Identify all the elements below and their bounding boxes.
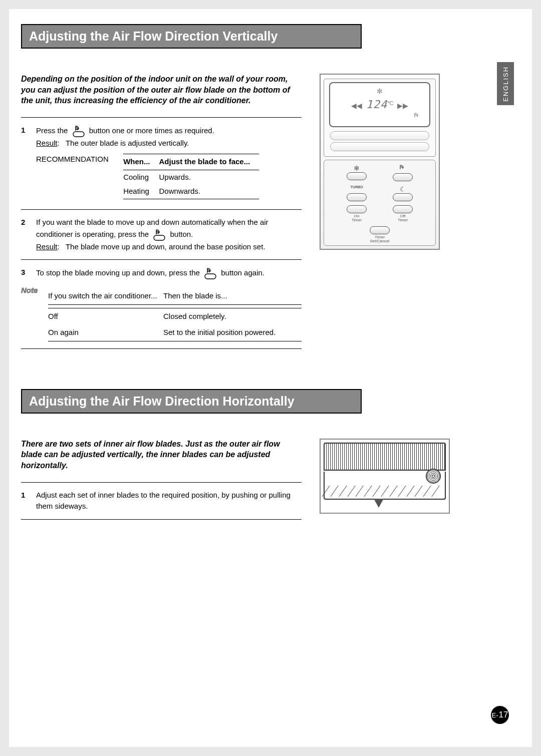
note-cell-b: Set to the initial position powered. <box>163 324 302 341</box>
remote-lower-panel: ❄ TURBO <box>324 160 436 246</box>
section1-text-column: Depending on the position of the indoor … <box>21 74 302 349</box>
step2-number: 2 <box>21 217 36 252</box>
remote-button: TimerSet/Cancel <box>362 226 397 243</box>
page-prefix: E- <box>492 711 498 719</box>
page-number-badge: E-17 <box>491 706 509 724</box>
unit-logo-icon <box>426 469 441 484</box>
step3-pre: To stop the blade moving up and down, pr… <box>36 268 200 277</box>
step3-post: button again. <box>221 268 264 277</box>
remote-bar-button <box>330 131 429 140</box>
svg-rect-1 <box>154 235 165 240</box>
section2-step1-number: 1 <box>21 490 36 512</box>
swing-button-icon <box>72 125 86 138</box>
step2-line1b: button. <box>170 230 193 238</box>
step1-pre: Press the <box>36 126 68 135</box>
section2-step1: 1 Adjust each set of inner blades to the… <box>21 482 302 520</box>
remote-button: TURBO <box>339 185 374 201</box>
section-title-vertical: Adjusting the Air Flow Direction Vertica… <box>21 24 362 49</box>
note-row: Note If you switch the air conditioner..… <box>21 285 302 341</box>
step3-text: To stop the blade moving up and down, pr… <box>36 267 302 280</box>
remote-button: OffTimer <box>385 205 420 222</box>
step1-number: 1 <box>21 125 36 149</box>
step3-block: 3 To stop the blade moving up and down, … <box>21 259 302 349</box>
rec-col-when: When... <box>123 154 159 170</box>
remote-button <box>385 164 420 181</box>
section2-step1-text: Adjust each set of inner blades to the r… <box>36 490 302 512</box>
btn-label: OnTimer <box>352 214 362 222</box>
svg-rect-0 <box>73 132 84 137</box>
remote-button: ❄ <box>339 164 374 181</box>
note-head1: If you switch the air conditioner... <box>48 288 163 304</box>
note-cell-a: On again <box>48 324 163 341</box>
lcd-unit: °C <box>387 100 393 106</box>
step3-number: 3 <box>21 267 36 280</box>
section1-intro: Depending on the position of the indoor … <box>21 74 302 106</box>
btn-label: TimerSet/Cancel <box>370 235 389 243</box>
remote-button: OnTimer <box>339 205 374 222</box>
manual-page: ENGLISH Adjusting the Air Flow Direction… <box>9 9 532 747</box>
note-cell-b: Closed completely. <box>163 308 302 324</box>
sleep-icon: ☾ <box>400 185 406 193</box>
lcd-temperature: 124 <box>366 98 387 111</box>
step2-result-label: Result <box>36 242 58 251</box>
language-tab: ENGLISH <box>497 62 514 105</box>
step1-text: Press the button one or more times as re… <box>36 125 302 149</box>
rec-row-when: Cooling <box>123 170 159 184</box>
arrow-left-icon: ◀◀ <box>351 102 362 110</box>
btn-label: OffTimer <box>398 214 408 222</box>
note-body: If you switch the air conditioner... The… <box>48 285 302 341</box>
section2-intro: There are two sets of inner air flow bla… <box>21 439 302 471</box>
recommendation-label: RECOMMENDATION <box>36 154 121 165</box>
snowflake-icon: ✻ <box>377 87 383 95</box>
arrow-right-icon: ▶▶ <box>397 102 408 110</box>
snowflake-icon: ❄ <box>354 164 360 172</box>
indoor-unit-illustration <box>320 439 450 520</box>
note-label: Note <box>21 285 48 341</box>
step2-result-text: The blade move up and down, around the b… <box>66 242 265 251</box>
step1-result-label: Result <box>36 139 58 147</box>
remote-lcd: ✻ ◀◀ 124°C ▶▶ <box>329 82 430 127</box>
step1-post: button one or more times as required. <box>89 126 214 135</box>
rec-row-adjust: Downwards. <box>159 184 259 199</box>
swing-button-icon <box>152 228 166 241</box>
step1-block: 1 Press the button one or more times as … <box>21 117 302 210</box>
section2: Adjusting the Air Flow Direction Horizon… <box>21 389 512 520</box>
section-title-horizontal: Adjusting the Air Flow Direction Horizon… <box>21 389 362 414</box>
step1-result-text: The outer blade is adjusted vertically. <box>66 139 189 147</box>
pointer-arrow-icon <box>374 499 384 508</box>
rec-row-adjust: Upwards. <box>159 170 259 184</box>
svg-rect-2 <box>205 274 216 279</box>
remote-button: ☾ <box>385 185 420 201</box>
note-head2: Then the blade is... <box>163 288 302 304</box>
section2-text-column: There are two sets of inner air flow bla… <box>21 439 302 520</box>
swing-icon <box>398 164 408 173</box>
page-number: 17 <box>499 710 508 720</box>
step2-block: 2 If you want the blade to move up and d… <box>21 209 302 259</box>
recommendation-table: RECOMMENDATION When... Adjust the blade … <box>36 154 302 202</box>
section1-content: Depending on the position of the indoor … <box>21 74 512 349</box>
remote-illustration: ✻ ◀◀ 124°C ▶▶ <box>320 74 440 349</box>
turbo-icon: TURBO <box>351 185 363 193</box>
rec-col-adjust: Adjust the blade to face... <box>159 154 259 170</box>
section2-content: There are two sets of inner air flow bla… <box>21 439 512 520</box>
rec-row-when: Heating <box>123 184 159 199</box>
step2-text: If you want the blade to move up and dow… <box>36 217 302 252</box>
air-vanes <box>326 486 444 497</box>
lcd-temp-row: ◀◀ 124°C ▶▶ <box>330 98 429 111</box>
swing-icon <box>412 112 422 121</box>
note-cell-a: Off <box>48 308 163 324</box>
swing-button-icon <box>203 267 217 280</box>
remote-bar-button <box>330 142 429 151</box>
